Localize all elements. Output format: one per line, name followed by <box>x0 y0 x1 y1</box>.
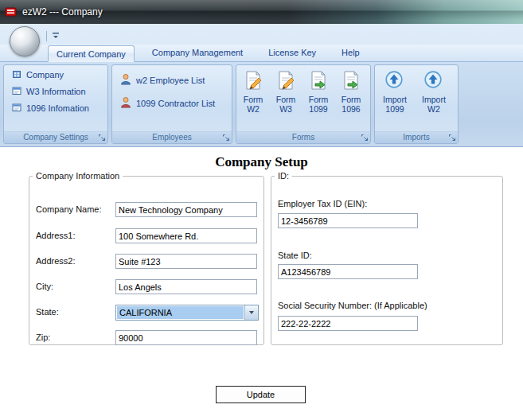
group-caption-forms: Forms <box>236 131 370 143</box>
main-content: Company Setup Company Information Compan… <box>0 147 523 420</box>
company-information-groupbox: Company Information Company Name: Addres… <box>29 171 264 345</box>
field-row-company-name: Company Name: <box>36 202 257 218</box>
tab-company-management[interactable]: Company Management <box>144 45 251 61</box>
ribbon-item-label: Company <box>26 70 64 80</box>
dialog-launcher-icon[interactable] <box>222 134 230 142</box>
ribbon-group-imports: Import 1099 Import W <box>374 64 459 144</box>
ribbon-item-label: w2 Employee List <box>136 76 205 85</box>
group-caption-imports: Imports <box>375 131 458 143</box>
address2-label: Address2: <box>36 256 76 266</box>
ribbon-item-label: 1099 Contractor List <box>136 99 215 108</box>
ribbon-button-label: Import W2 <box>422 95 446 114</box>
ribbon-button-form-1096[interactable]: Form 1096 <box>335 66 367 131</box>
ssn-input[interactable] <box>278 316 418 331</box>
ribbon-item-w2-employee-list[interactable]: w2 Employee List <box>117 72 228 88</box>
ribbon-button-label: Form 1099 <box>309 95 329 114</box>
form-edit-icon <box>243 70 263 91</box>
id-legend: ID: <box>275 171 292 181</box>
quick-access-toolbar <box>46 29 60 42</box>
ribbon-button-label: Form 1096 <box>342 95 361 114</box>
tab-license-key[interactable]: License Key <box>260 45 324 61</box>
state-select[interactable]: CALIFORNIA <box>115 305 259 321</box>
ribbon-button-label: Import 1099 <box>383 95 407 114</box>
field-row-city: City: <box>36 279 257 295</box>
ribbon-button-import-1099[interactable]: Import 1099 <box>376 66 414 131</box>
ribbon-item-w3-information[interactable]: W3 Information <box>9 84 104 99</box>
ribbon-button-form-1099[interactable]: Form 1099 <box>302 66 334 131</box>
app-window: ezW2 --- Company Current Company Company… <box>0 0 523 420</box>
field-row-address1: Address1: <box>36 228 257 244</box>
combo-dropdown-button[interactable] <box>244 305 258 320</box>
field-row-address2: Address2: <box>36 254 257 270</box>
ribbon-tabstrip: Current Company Company Management Licen… <box>0 45 523 62</box>
zip-label: Zip: <box>36 332 50 342</box>
form-window-icon <box>11 85 22 98</box>
ribbon-item-1096-infomation[interactable]: 1096 Infomation <box>9 101 104 115</box>
state-id-input[interactable] <box>278 264 418 279</box>
company-name-input[interactable] <box>115 202 257 217</box>
application-orb-button[interactable] <box>10 26 40 56</box>
window-title: ezW2 --- Company <box>22 6 103 18</box>
ribbon-button-form-w2[interactable]: Form W2 <box>237 66 269 131</box>
ribbon-button-label: Form W2 <box>244 95 263 114</box>
dialog-launcher-icon[interactable] <box>448 134 456 142</box>
update-button[interactable]: Update <box>216 386 306 403</box>
ribbon-item-label: W3 Information <box>26 87 86 96</box>
state-label: State: <box>36 307 59 317</box>
ribbon-item-label: 1096 Infomation <box>26 103 89 113</box>
zip-input[interactable] <box>115 330 257 345</box>
import-up-icon <box>423 70 444 91</box>
state-selected-value: CALIFORNIA <box>117 306 244 319</box>
ein-label: Employer Tax ID (EIN): <box>278 199 367 208</box>
form-export-icon <box>341 70 361 91</box>
group-caption-label: Employees <box>152 133 191 142</box>
chevron-down-icon <box>249 311 254 314</box>
form-export-icon <box>308 70 329 91</box>
ribbon-button-label: Form W3 <box>276 95 296 114</box>
titlebar: ezW2 --- Company <box>0 0 523 24</box>
qat-separator <box>46 31 47 41</box>
page-title: Company Setup <box>0 154 523 170</box>
address1-input[interactable] <box>115 228 257 243</box>
ribbon: Current Company Company Management Licen… <box>0 24 523 147</box>
field-row-zip: Zip: <box>36 330 257 346</box>
group-caption-employees: Employees <box>112 131 232 143</box>
form-window-icon <box>11 102 22 115</box>
ribbon-button-import-w2[interactable]: Import W2 <box>415 66 453 131</box>
qat-dropdown-icon[interactable] <box>51 29 60 43</box>
dialog-launcher-icon[interactable] <box>98 134 106 142</box>
dialog-launcher-icon[interactable] <box>361 134 369 142</box>
id-groupbox: ID: Employer Tax ID (EIN): State ID: Soc… <box>271 171 503 345</box>
state-id-label: State ID: <box>278 251 312 260</box>
form-edit-icon <box>275 70 296 91</box>
address1-label: Address1: <box>36 231 76 240</box>
field-row-state: State: CALIFORNIA <box>36 305 257 321</box>
contractor-person-icon <box>119 96 132 111</box>
employee-person-icon <box>119 73 132 88</box>
tab-current-company[interactable]: Current Company <box>48 45 135 62</box>
ribbon-body: Company W3 Information <box>0 62 523 147</box>
city-input[interactable] <box>115 279 257 294</box>
group-caption-label: Company Settings <box>23 133 88 142</box>
group-caption-company-settings: Company Settings <box>4 131 107 143</box>
group-caption-label: Imports <box>403 133 429 142</box>
city-label: City: <box>36 282 53 291</box>
app-icon <box>5 6 18 18</box>
company-name-label: Company Name: <box>36 204 102 214</box>
group-caption-label: Forms <box>292 133 314 142</box>
ribbon-group-forms: Form W2 <box>236 64 371 144</box>
ein-input[interactable] <box>278 213 418 228</box>
ribbon-item-1099-contractor-list[interactable]: 1099 Contractor List <box>117 95 228 111</box>
building-icon <box>11 68 22 81</box>
tab-help[interactable]: Help <box>334 45 368 61</box>
ribbon-group-company-settings: Company W3 Information <box>3 64 108 144</box>
address2-input[interactable] <box>115 254 257 269</box>
company-information-legend: Company Information <box>33 171 123 181</box>
ribbon-group-employees: w2 Employee List 1099 Contractor List <box>111 64 232 144</box>
import-up-icon <box>384 70 405 91</box>
ribbon-item-company[interactable]: Company <box>9 68 104 82</box>
ribbon-button-form-w3[interactable]: Form W3 <box>270 66 302 131</box>
ssn-label: Social Security Number: (If Applicable) <box>278 301 427 310</box>
